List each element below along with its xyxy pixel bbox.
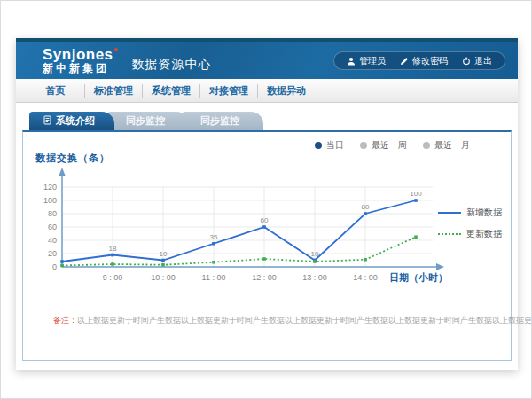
user-menu-item-0[interactable]: 管理员	[347, 55, 386, 67]
svg-text:9 : 00: 9 : 00	[103, 273, 123, 282]
svg-text:11 : 00: 11 : 00	[202, 273, 226, 282]
footnote-text: 以上数据更新于时间产生数据以上数据更新于时间产生数据以上数据更新于时间产生数据以…	[77, 316, 532, 325]
svg-text:100: 100	[43, 196, 57, 205]
svg-text:60: 60	[48, 223, 57, 231]
svg-text:80: 80	[48, 209, 57, 218]
app-window: Synjones 新中新集团 数据资源中心 管理员修改密码退出 首页标准管理系统…	[16, 38, 518, 370]
document-icon	[43, 115, 51, 127]
footnote: 备注：以上数据更新于时间产生数据以上数据更新于时间产生数据以上数据更新于时间产生…	[53, 315, 532, 326]
nav-item-4[interactable]: 数据异动	[257, 84, 315, 98]
tab-label: 同步监控	[200, 114, 239, 128]
nav-item-3[interactable]: 对接管理	[200, 84, 257, 98]
tab-1[interactable]: 同步监控	[107, 112, 189, 130]
user-menu-label: 管理员	[359, 55, 386, 67]
tab-2[interactable]: 同步监控	[182, 112, 263, 130]
range-filter-2[interactable]: 最近一月	[423, 139, 470, 152]
range-filter-0[interactable]: 当日	[315, 139, 344, 152]
svg-text:10: 10	[160, 250, 168, 258]
legend-swatch-icon	[438, 212, 461, 214]
svg-text:120: 120	[43, 183, 57, 192]
user-menu-label: 修改密码	[412, 55, 448, 67]
svg-text:80: 80	[362, 203, 370, 211]
power-icon	[462, 57, 471, 66]
line-chart: 0204060801001209 : 0010 : 0011 : 0012 : …	[35, 164, 497, 299]
logo: Synjones 新中新集团	[43, 47, 118, 74]
main-nav: 首页标准管理系统管理对接管理数据异动	[16, 79, 518, 103]
svg-text:20: 20	[48, 249, 57, 258]
svg-text:10: 10	[311, 250, 319, 258]
radio-dot-icon	[315, 142, 322, 149]
tab-panel: 当日最近一周最近一月 数据交换（条） 0204060801001209 : 00…	[22, 130, 512, 361]
svg-text:35: 35	[210, 233, 218, 241]
tab-0[interactable]: 系统介绍	[29, 112, 114, 130]
range-filter-1[interactable]: 最近一周	[360, 139, 407, 152]
svg-text:日期（小时）: 日期（小时）	[389, 272, 448, 284]
footnote-label: 备注：	[53, 316, 77, 325]
chart-legend: 新增数据更新数据	[438, 207, 502, 240]
content-area: 系统介绍同步监控同步监控 当日最近一周最近一月 数据交换（条） 02040608…	[16, 103, 518, 366]
filter-label: 最近一月	[434, 139, 470, 152]
legend-label: 新增数据	[466, 207, 502, 219]
logo-wordmark: Synjones	[43, 47, 118, 63]
svg-text:100: 100	[410, 190, 422, 198]
svg-text:0: 0	[52, 262, 57, 271]
legend-swatch-icon	[438, 233, 461, 235]
app-header: Synjones 新中新集团 数据资源中心 管理员修改密码退出	[16, 38, 518, 79]
svg-text:12 : 00: 12 : 00	[252, 273, 277, 282]
tab-label: 同步监控	[126, 114, 165, 128]
filter-label: 当日	[326, 139, 344, 152]
user-menu-item-2[interactable]: 退出	[462, 55, 492, 67]
edit-icon	[400, 57, 409, 66]
legend-item-0: 新增数据	[438, 207, 502, 219]
svg-text:14 : 00: 14 : 00	[353, 273, 378, 282]
user-menu: 管理员修改密码退出	[333, 51, 505, 70]
legend-label: 更新数据	[466, 228, 502, 240]
nav-item-1[interactable]: 标准管理	[84, 84, 142, 98]
svg-text:60: 60	[261, 216, 269, 224]
radio-dot-icon	[423, 142, 430, 149]
radio-dot-icon	[360, 142, 367, 149]
user-menu-item-1[interactable]: 修改密码	[400, 55, 448, 67]
nav-item-0[interactable]: 首页	[27, 84, 84, 98]
svg-text:10 : 00: 10 : 00	[151, 273, 176, 282]
y-axis-title: 数据交换（条）	[35, 152, 110, 165]
svg-text:40: 40	[48, 236, 57, 245]
nav-item-2[interactable]: 系统管理	[142, 84, 200, 98]
range-filter-group: 当日最近一周最近一月	[315, 139, 470, 152]
user-icon	[347, 57, 356, 66]
page-title: 数据资源中心	[132, 57, 212, 73]
user-menu-label: 退出	[474, 55, 492, 67]
tab-label: 系统介绍	[56, 114, 95, 128]
logo-company-name: 新中新集团	[43, 63, 118, 74]
filter-label: 最近一周	[372, 139, 407, 152]
tab-bar: 系统介绍同步监控同步监控	[29, 112, 263, 130]
svg-text:13 : 00: 13 : 00	[302, 273, 327, 282]
svg-text:18: 18	[109, 245, 117, 253]
legend-item-1: 更新数据	[438, 228, 502, 240]
